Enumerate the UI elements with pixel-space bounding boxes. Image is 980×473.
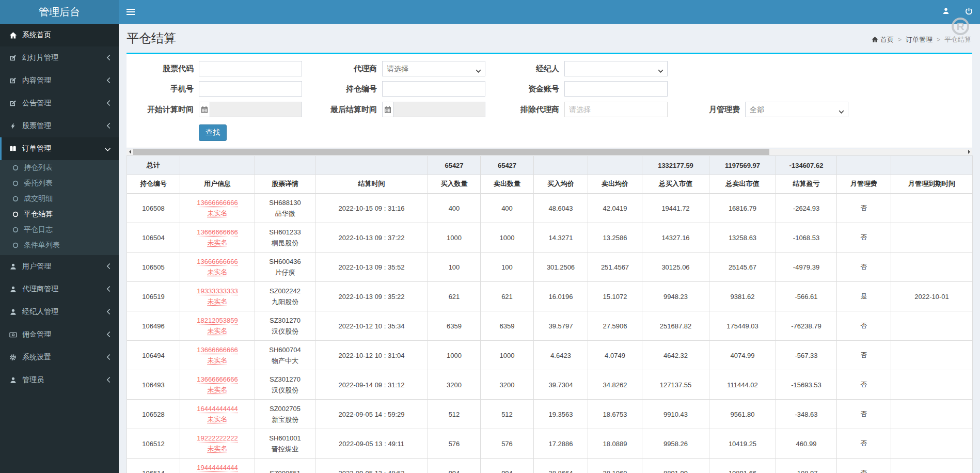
stock-code-label: 股票代码 (106, 61, 194, 76)
bolt-icon (8, 122, 18, 130)
totals-buy-qty: 65427 (428, 156, 481, 175)
monthly-fee-select[interactable]: 全部 (745, 102, 848, 117)
col-header: 卖出数量 (481, 175, 534, 194)
chevron-left-icon (106, 354, 111, 362)
cell-sell-qty: 6359 (481, 311, 534, 341)
cell-buy-qty: 994 (428, 459, 481, 473)
cell-buy-avg: 19.3563 (534, 400, 588, 429)
phone-link[interactable]: 13666666666 (197, 257, 238, 267)
circle-icon (11, 165, 20, 171)
table-row: 10649313666666666未实名SZ301270汉仪股份2022-09-… (127, 370, 973, 400)
cell-stock: SH601001晋控煤业 (255, 429, 315, 459)
cell-user-info: 16444444444未实名 (180, 400, 255, 429)
cell-monthly-fee: 是 (837, 282, 891, 311)
cell-user-info: 13666666666未实名 (180, 370, 255, 400)
broker-select[interactable] (564, 61, 668, 76)
cell-sell-avg: 13.2586 (588, 223, 642, 253)
sidebar-item-9[interactable]: 佣金管理 (0, 323, 119, 346)
scrollbar-thumb[interactable] (133, 149, 769, 155)
sidebar-item-11[interactable]: 管理员 (0, 369, 119, 391)
scroll-left-arrow[interactable] (127, 149, 133, 155)
sidebar-subitem-条件单列表[interactable]: 条件单列表 (0, 238, 119, 253)
sidebar-subitem-平仓结算[interactable]: 平仓结算 (0, 207, 119, 222)
realname-link[interactable]: 未实名 (208, 238, 228, 248)
hamburger-icon (127, 9, 135, 15)
sidebar-subitem-持仓列表[interactable]: 持仓列表 (0, 160, 119, 176)
phone-link[interactable]: 19333333333 (197, 286, 238, 296)
cell-fee-due (891, 341, 973, 370)
table-hscrollbar[interactable] (127, 149, 972, 155)
chevron-left-icon (106, 77, 111, 85)
breadcrumb-首页[interactable]: 首页 (872, 35, 894, 44)
realname-link[interactable]: 未实名 (208, 414, 228, 424)
cell-user-info: 13666666666未实名 (180, 194, 255, 223)
cell-settle-time: 2022-09-14 09 : 31:12 (315, 370, 428, 400)
sidebar-item-4[interactable]: 股票管理 (0, 115, 119, 137)
phone-link[interactable]: 13666666666 (197, 227, 238, 238)
search-button[interactable]: 查找 (199, 124, 227, 141)
fund-account-input[interactable] (564, 81, 668, 97)
sidebar-subitem-委托列表[interactable]: 委托列表 (0, 176, 119, 191)
sidebar-item-10[interactable]: 系统设置 (0, 346, 119, 369)
cell-stock: SZ002242九阳股份 (255, 282, 315, 311)
circle-icon (11, 242, 20, 248)
sidebar-toggle-button[interactable] (119, 0, 143, 24)
cell-sell-value: 111444.02 (709, 370, 776, 400)
cell-settle-time: 2022-10-15 09 : 31:16 (315, 194, 428, 223)
phone-link[interactable]: 13666666666 (197, 345, 238, 355)
phone-link[interactable]: 13666666666 (197, 198, 238, 208)
realname-link[interactable]: 未实名 (208, 208, 228, 218)
realname-link[interactable]: 未实名 (208, 355, 228, 366)
sidebar-item-6[interactable]: 用户管理 (0, 255, 119, 278)
sidebar-item-2[interactable]: 内容管理 (0, 69, 119, 92)
sidebar-subitem-成交明细[interactable]: 成交明细 (0, 191, 119, 207)
phone-link[interactable]: 16444444444 (197, 404, 238, 414)
realname-link[interactable]: 未实名 (208, 296, 228, 307)
cell-settle-time: 2022-10-12 10 : 31:04 (315, 341, 428, 370)
realname-link[interactable]: 未实名 (208, 444, 228, 454)
sidebar-item-7[interactable]: 代理商管理 (0, 278, 119, 301)
sidebar-item-1[interactable]: 幻灯片管理 (0, 46, 119, 69)
col-header: 卖出均价 (588, 175, 642, 194)
breadcrumb-订单管理[interactable]: 订单管理 (906, 35, 932, 44)
cell-monthly-fee: 否 (837, 311, 891, 341)
breadcrumb-平仓结算: 平仓结算 (944, 35, 971, 44)
phone-input[interactable] (199, 81, 302, 97)
cell-pnl: -108.97 (776, 459, 837, 473)
start-calc-time-input[interactable] (210, 102, 302, 117)
user-icon (942, 7, 950, 17)
cell-monthly-fee: 否 (837, 194, 891, 223)
col-header: 月管理费 (837, 175, 891, 194)
cell-buy-avg: 4.6423 (534, 341, 588, 370)
cell-fee-due (891, 459, 973, 473)
realname-link[interactable]: 未实名 (208, 326, 228, 336)
phone-link[interactable]: 19444444444 (197, 463, 238, 473)
chevron-left-icon (106, 286, 111, 294)
realname-link[interactable]: 未实名 (208, 267, 228, 277)
cell-pnl: 460.99 (776, 429, 837, 459)
position-no-input[interactable] (382, 81, 485, 97)
cell-monthly-fee: 否 (837, 400, 891, 429)
sidebar-item-0[interactable]: 系统首页 (0, 24, 119, 46)
phone-link[interactable]: 18212053859 (197, 316, 238, 326)
sidebar-item-5[interactable]: 订单管理 (0, 137, 119, 160)
cell-pnl: -15693.53 (776, 370, 837, 400)
phone-link[interactable]: 19222222222 (197, 433, 238, 444)
stock-code-input[interactable] (199, 61, 302, 76)
realname-link[interactable]: 未实名 (208, 385, 228, 395)
totals-label: 总计 (127, 156, 180, 175)
phone-link[interactable]: 13666666666 (197, 374, 238, 385)
scroll-right-arrow[interactable] (966, 149, 972, 155)
sidebar-item-8[interactable]: 经纪人管理 (0, 301, 119, 323)
agent-label: 代理商 (289, 61, 377, 76)
cell-buy-avg: 16.0196 (534, 282, 588, 311)
app-logo[interactable]: 管理后台 (0, 0, 119, 24)
cell-settle-time: 2022-10-13 09 : 35:52 (315, 253, 428, 282)
sidebar-item-3[interactable]: 公告管理 (0, 92, 119, 115)
sidebar-subitem-平仓日志[interactable]: 平仓日志 (0, 222, 119, 238)
cell-pnl: -76238.79 (776, 311, 837, 341)
cell-user-info: 19333333333未实名 (180, 282, 255, 311)
fund-account-label: 资金账号 (471, 81, 559, 97)
agent-select[interactable]: 请选择 (382, 61, 485, 76)
cell-user-info: 13666666666未实名 (180, 341, 255, 370)
